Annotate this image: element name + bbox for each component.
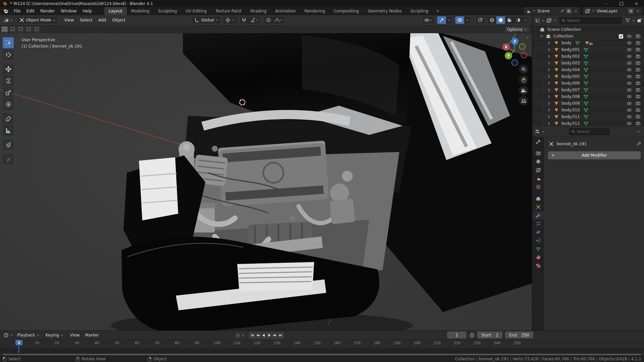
camera-icon[interactable] (635, 114, 641, 119)
chevron-right-icon[interactable] (547, 68, 551, 72)
eye-icon[interactable] (627, 74, 632, 79)
chevron-right-icon[interactable] (547, 101, 551, 105)
shading-solid-button[interactable] (496, 16, 505, 24)
chevron-right-icon[interactable] (547, 54, 551, 58)
camera-icon[interactable] (635, 54, 641, 59)
camera-icon[interactable] (635, 47, 641, 52)
workspace-tab[interactable]: Animation (271, 7, 300, 15)
overlays-toggle[interactable] (455, 16, 464, 24)
options-button[interactable]: Options (505, 27, 529, 32)
properties-tab-texture[interactable] (533, 261, 544, 270)
chevron-down-icon[interactable] (10, 334, 13, 337)
options-chevron-icon[interactable] (637, 130, 640, 133)
properties-tab-view-layer[interactable] (533, 166, 544, 174)
timeline-menu-item[interactable]: Playback (14, 331, 42, 339)
workspace-tab[interactable]: Shading (246, 7, 271, 15)
tool-move[interactable] (3, 63, 14, 74)
tool-annotate[interactable] (3, 113, 14, 124)
collection-checkbox[interactable] (619, 34, 623, 39)
object-row[interactable]: body.005 (533, 73, 644, 80)
outliner-editor-icon[interactable] (535, 18, 540, 23)
chevron-down-icon[interactable] (632, 19, 635, 22)
properties-tab-constraints[interactable] (533, 236, 544, 245)
object-row-body[interactable]: body 90 (533, 40, 644, 46)
workspace-tab[interactable]: Texture Paint (211, 7, 246, 15)
properties-tab-particles[interactable] (533, 219, 544, 228)
timeline-ruler[interactable]: 1020304050607080901001101201301401501601… (0, 340, 644, 348)
chevron-down-icon[interactable] (542, 130, 545, 133)
maximize-button[interactable] (614, 0, 629, 7)
current-frame-field[interactable]: 1 (447, 331, 466, 339)
viewport-menu-item[interactable]: Add (95, 16, 109, 24)
menu-item[interactable]: Edit (23, 7, 37, 15)
camera-icon[interactable] (635, 74, 641, 79)
sidebar-collapse-arrow[interactable]: ‹ (527, 35, 529, 40)
properties-tab-object-data[interactable] (533, 245, 544, 253)
object-row[interactable]: body.009 (533, 100, 644, 107)
camera-icon[interactable] (635, 87, 641, 93)
overlays-dropdown[interactable] (464, 16, 470, 24)
collection-row[interactable]: Collection (533, 33, 644, 40)
chevron-down-icon[interactable] (542, 19, 545, 22)
ortho-toggle-button[interactable] (519, 96, 528, 105)
workspace-tab[interactable]: Scripting (406, 7, 433, 15)
chevron-right-icon[interactable] (547, 61, 551, 65)
properties-tab-render[interactable] (533, 149, 544, 157)
properties-tab-scene[interactable] (533, 174, 544, 183)
pin-icon[interactable] (636, 141, 641, 147)
eye-icon[interactable] (627, 40, 632, 46)
eye-icon[interactable] (627, 107, 632, 113)
pivot-point-dropdown[interactable] (223, 16, 237, 24)
object-row[interactable]: body.007 (533, 87, 644, 93)
camera-icon[interactable] (635, 60, 641, 66)
camera-icon[interactable] (635, 94, 641, 99)
gizmos-dropdown[interactable] (446, 16, 452, 24)
viewport-menu-item[interactable]: Object (109, 16, 128, 24)
tool-select-box[interactable] (3, 37, 14, 48)
chevron-right-icon[interactable] (547, 41, 551, 45)
chevron-right-icon[interactable] (547, 88, 551, 92)
3d-viewport[interactable] (0, 15, 532, 330)
object-row[interactable]: body.003 (533, 60, 644, 66)
add-workspace-button[interactable]: + (433, 7, 443, 15)
snap-to-dropdown[interactable] (248, 16, 260, 24)
chevron-right-icon[interactable] (547, 121, 551, 125)
select-mode-extend[interactable] (9, 26, 16, 33)
new-collection-icon[interactable] (637, 18, 642, 23)
filter-icon[interactable] (625, 18, 630, 23)
transform-orientation-dropdown[interactable]: Global (192, 16, 220, 24)
object-row[interactable]: body.001 (533, 46, 644, 53)
scene-collection-row[interactable]: Scene Collection (533, 26, 644, 33)
playhead[interactable]: 1 (15, 340, 22, 345)
properties-tab-modifiers[interactable] (533, 211, 544, 219)
proportional-falloff-dropdown[interactable] (273, 16, 285, 24)
camera-view-button[interactable] (519, 86, 528, 95)
chevron-down-icon[interactable] (553, 19, 556, 22)
eye-icon[interactable] (627, 87, 632, 93)
properties-search-input[interactable] (569, 130, 609, 134)
eye-icon[interactable] (627, 60, 632, 66)
editor-type-button[interactable] (2, 16, 15, 24)
chevron-right-icon[interactable] (547, 48, 551, 52)
eye-icon[interactable] (627, 47, 632, 52)
shading-wireframe-button[interactable] (488, 16, 496, 24)
eye-icon[interactable] (627, 81, 632, 86)
next-keyframe-button[interactable] (273, 333, 278, 338)
pan-button[interactable] (519, 75, 528, 85)
properties-search[interactable] (569, 128, 609, 135)
chevron-right-icon[interactable] (547, 95, 551, 99)
eye-icon[interactable] (627, 94, 632, 99)
viewlayer-selector[interactable]: ViewLayer ⧉ × (583, 7, 642, 14)
properties-tab-output[interactable] (533, 157, 544, 166)
properties-tab-material[interactable] (533, 253, 544, 261)
eye-icon[interactable] (627, 121, 632, 126)
pin-icon[interactable] (560, 9, 564, 13)
timeline-menu-item[interactable]: View (67, 331, 82, 339)
tool-cursor[interactable] (3, 49, 14, 60)
proportional-edit-toggle[interactable] (264, 16, 273, 24)
scene-selector[interactable]: Scene ⧉ × (524, 7, 580, 14)
stopwatch-icon[interactable] (469, 332, 475, 338)
properties-tab-collection[interactable] (533, 194, 544, 203)
tool-measure[interactable] (3, 125, 14, 136)
chevron-right-icon[interactable] (547, 74, 551, 79)
